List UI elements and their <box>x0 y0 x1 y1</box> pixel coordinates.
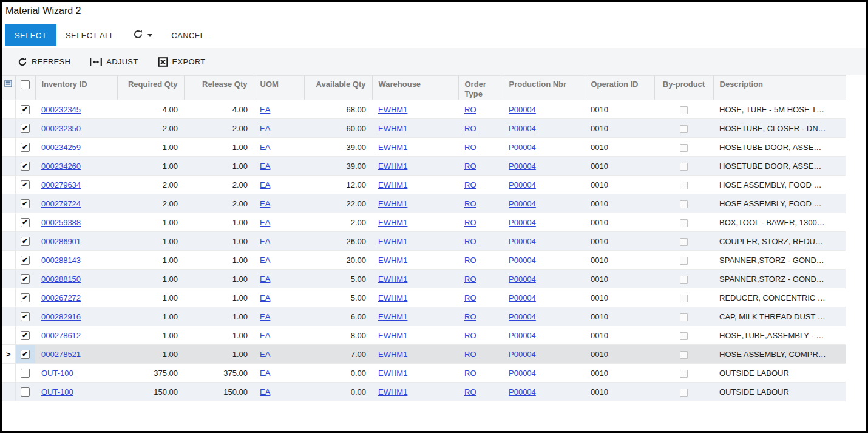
inventory-id-cell[interactable]: OUT-100 <box>35 364 117 383</box>
warehouse-cell[interactable]: EWHM1 <box>372 194 458 213</box>
row-checkbox[interactable] <box>21 180 30 189</box>
by-product-checkbox[interactable] <box>680 389 688 397</box>
warehouse-cell[interactable]: EWHM1 <box>372 288 458 307</box>
row-checkbox[interactable] <box>21 124 30 133</box>
col-header-uom[interactable]: UOM <box>254 76 304 100</box>
order-type-cell[interactable]: RO <box>458 194 503 213</box>
uom-link[interactable]: EA <box>260 105 270 114</box>
production-nbr-link[interactable]: P00004 <box>509 143 536 152</box>
production-nbr-link[interactable]: P00004 <box>509 105 536 114</box>
uom-link[interactable]: EA <box>260 124 270 133</box>
row-select-cell[interactable] <box>15 194 35 213</box>
uom-cell[interactable]: EA <box>254 307 304 326</box>
by-product-checkbox[interactable] <box>680 163 688 171</box>
row-select-cell[interactable] <box>15 157 35 176</box>
row-select-cell[interactable] <box>15 176 35 194</box>
row-indicator-cell[interactable] <box>2 100 15 119</box>
order-type-link[interactable]: RO <box>464 105 476 114</box>
row-checkbox[interactable] <box>21 331 30 340</box>
production-nbr-cell[interactable]: P00004 <box>503 383 585 401</box>
inventory-id-cell[interactable]: 000279634 <box>35 176 117 194</box>
row-indicator-cell[interactable] <box>2 251 15 270</box>
row-indicator-cell[interactable]: > <box>2 345 15 364</box>
warehouse-link[interactable]: EWHM1 <box>378 105 407 114</box>
inventory-id-link[interactable]: 000288150 <box>41 274 81 284</box>
warehouse-link[interactable]: EWHM1 <box>378 293 407 302</box>
production-nbr-cell[interactable]: P00004 <box>503 345 585 364</box>
warehouse-cell[interactable]: EWHM1 <box>372 119 458 138</box>
by-product-cell[interactable] <box>654 288 713 307</box>
col-header-operation-id[interactable]: Operation ID <box>585 76 654 100</box>
order-type-link[interactable]: RO <box>464 237 476 246</box>
cancel-button[interactable]: CANCEL <box>162 24 214 46</box>
row-indicator-cell[interactable] <box>2 307 15 326</box>
order-type-cell[interactable]: RO <box>458 157 503 176</box>
row-checkbox[interactable] <box>21 199 30 208</box>
refresh-menu-button[interactable] <box>123 24 162 46</box>
inventory-id-cell[interactable]: 000234260 <box>35 157 117 176</box>
by-product-checkbox[interactable] <box>680 370 688 378</box>
by-product-cell[interactable] <box>654 364 713 383</box>
select-all-button[interactable]: SELECT ALL <box>56 24 123 46</box>
inventory-id-link[interactable]: 000286901 <box>41 237 81 246</box>
production-nbr-cell[interactable]: P00004 <box>503 100 585 119</box>
row-indicator-cell[interactable] <box>2 157 15 176</box>
row-checkbox[interactable] <box>21 387 30 397</box>
warehouse-link[interactable]: EWHM1 <box>378 180 407 189</box>
order-type-link[interactable]: RO <box>464 274 476 284</box>
production-nbr-cell[interactable]: P00004 <box>503 251 585 270</box>
col-header-production-nbr[interactable]: Production Nbr <box>503 76 585 100</box>
warehouse-link[interactable]: EWHM1 <box>378 387 407 397</box>
production-nbr-link[interactable]: P00004 <box>509 331 536 340</box>
by-product-cell[interactable] <box>654 138 713 157</box>
row-checkbox[interactable] <box>21 369 30 378</box>
column-config-button[interactable] <box>2 76 15 100</box>
uom-link[interactable]: EA <box>260 387 270 397</box>
uom-link[interactable]: EA <box>260 369 270 378</box>
inventory-id-cell[interactable]: 000278612 <box>35 326 117 345</box>
order-type-cell[interactable]: RO <box>458 345 503 364</box>
uom-link[interactable]: EA <box>260 256 270 265</box>
by-product-checkbox[interactable] <box>680 219 688 227</box>
row-indicator-cell[interactable] <box>2 326 15 345</box>
order-type-cell[interactable]: RO <box>458 383 503 401</box>
uom-cell[interactable]: EA <box>254 383 304 401</box>
by-product-cell[interactable] <box>654 307 713 326</box>
production-nbr-cell[interactable]: P00004 <box>503 326 585 345</box>
row-indicator-cell[interactable] <box>2 383 15 401</box>
inventory-id-link[interactable]: 000288143 <box>41 256 81 265</box>
uom-link[interactable]: EA <box>260 180 270 189</box>
select-all-checkbox-cell[interactable] <box>15 76 35 100</box>
order-type-link[interactable]: RO <box>464 331 476 340</box>
row-indicator-cell[interactable] <box>2 364 15 383</box>
warehouse-cell[interactable]: EWHM1 <box>372 345 458 364</box>
inventory-id-cell[interactable]: 000267272 <box>35 288 117 307</box>
uom-link[interactable]: EA <box>260 274 270 284</box>
inventory-id-link[interactable]: 000234259 <box>41 143 81 152</box>
production-nbr-link[interactable]: P00004 <box>509 180 536 189</box>
order-type-cell[interactable]: RO <box>458 326 503 345</box>
order-type-cell[interactable]: RO <box>458 288 503 307</box>
production-nbr-cell[interactable]: P00004 <box>503 288 585 307</box>
warehouse-cell[interactable]: EWHM1 <box>372 232 458 251</box>
production-nbr-cell[interactable]: P00004 <box>503 364 585 383</box>
uom-cell[interactable]: EA <box>254 232 304 251</box>
inventory-id-link[interactable]: OUT-100 <box>41 387 73 397</box>
uom-cell[interactable]: EA <box>254 270 304 288</box>
order-type-link[interactable]: RO <box>464 369 476 378</box>
production-nbr-link[interactable]: P00004 <box>509 350 536 359</box>
inventory-id-link[interactable]: OUT-100 <box>41 369 73 378</box>
inventory-id-cell[interactable]: 000288150 <box>35 270 117 288</box>
inventory-id-cell[interactable]: 000282916 <box>35 307 117 326</box>
inventory-id-link[interactable]: 000232345 <box>41 105 81 114</box>
by-product-checkbox[interactable] <box>680 295 688 302</box>
order-type-cell[interactable]: RO <box>458 119 503 138</box>
production-nbr-cell[interactable]: P00004 <box>503 307 585 326</box>
col-header-order-type[interactable]: Order Type <box>458 76 503 100</box>
uom-cell[interactable]: EA <box>254 213 304 232</box>
uom-cell[interactable]: EA <box>254 251 304 270</box>
by-product-checkbox[interactable] <box>680 257 688 265</box>
warehouse-link[interactable]: EWHM1 <box>378 143 407 152</box>
col-header-required-qty[interactable]: Required Qty <box>117 76 184 100</box>
uom-cell[interactable]: EA <box>254 138 304 157</box>
